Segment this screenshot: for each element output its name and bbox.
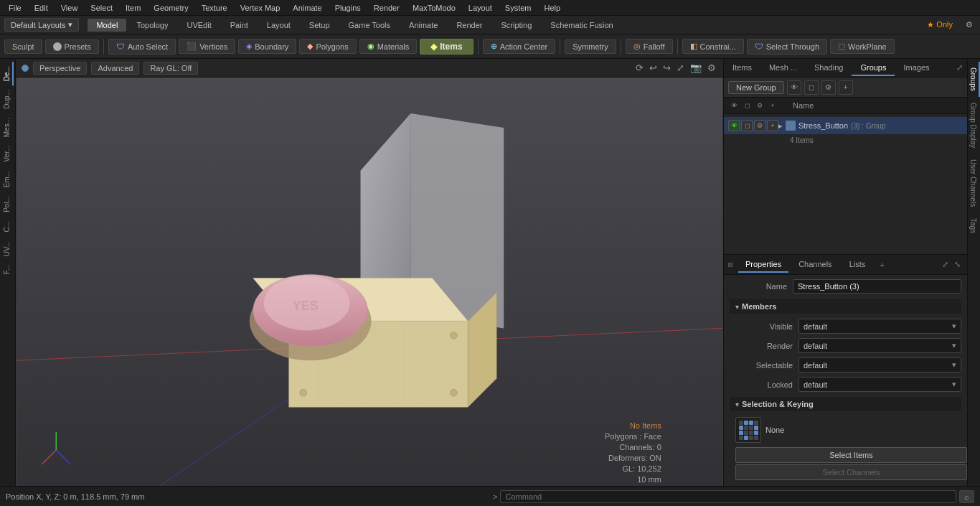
viewport-indicator[interactable]	[22, 65, 29, 72]
left-tab-0[interactable]: De...	[1, 62, 14, 85]
render-dropdown[interactable]: default ▾	[798, 338, 961, 353]
render-icon[interactable]: ◻	[741, 120, 753, 131]
select-items-button[interactable]: Select Items	[735, 447, 967, 463]
tab-scripting[interactable]: Scripting	[493, 19, 541, 32]
selectable-dropdown[interactable]: default ▾	[798, 357, 961, 373]
perspective-button[interactable]: Perspective	[33, 62, 87, 75]
menu-vertexmap[interactable]: Vertex Map	[235, 2, 286, 14]
add-tab-btn[interactable]: +	[875, 258, 888, 272]
prop-tab-lists[interactable]: Lists	[842, 257, 873, 273]
settings2-icon[interactable]: ⚙	[754, 120, 765, 131]
action-center-button[interactable]: ⊕ Action Center	[483, 39, 556, 54]
group-item[interactable]: 👁 ◻ ⚙ + ▸ Stress_Button (3) : Group	[724, 117, 967, 134]
fit-icon[interactable]: ⤢	[675, 61, 686, 75]
prop-tab-channels[interactable]: Channels	[791, 257, 839, 273]
rvtab-groupdisplay[interactable]: Group Display	[968, 97, 980, 154]
advanced-button[interactable]: Advanced	[91, 62, 139, 75]
tab-uvedit[interactable]: UVEdit	[178, 19, 220, 32]
left-tab-5[interactable]: Pol...	[1, 192, 14, 217]
add-member-btn[interactable]: +	[839, 80, 853, 95]
menu-view[interactable]: View	[55, 2, 84, 14]
ray-gl-button[interactable]: Ray GL: Off	[143, 62, 198, 75]
eye-icon[interactable]: 👁	[728, 120, 740, 131]
new-group-button[interactable]: New Group	[728, 81, 784, 94]
left-tab-3[interactable]: Ver...	[1, 141, 14, 167]
prop-tab-properties[interactable]: Properties	[738, 257, 788, 273]
tab-animate[interactable]: Animate	[400, 19, 446, 32]
rotate-icon[interactable]: ⟳	[634, 61, 645, 75]
rp-tab-items[interactable]: Items	[724, 60, 760, 76]
redo-view-icon[interactable]: ↪	[661, 61, 672, 75]
expand-icon[interactable]: ⤢	[952, 60, 967, 75]
items-button[interactable]: ◈ Items	[420, 39, 473, 55]
eye-toggle-btn[interactable]: 👁	[787, 80, 801, 95]
collapse-btn[interactable]	[728, 263, 732, 267]
vertices-button[interactable]: ⬛ Vertices	[179, 39, 235, 54]
menu-render[interactable]: Render	[368, 2, 405, 14]
rp-tab-images[interactable]: Images	[895, 60, 938, 76]
name-input[interactable]	[793, 279, 961, 294]
render-toggle-btn[interactable]: ◻	[804, 80, 819, 95]
menu-maxtomodo[interactable]: MaxToModo	[407, 2, 461, 14]
falloff-button[interactable]: ◎ Falloff	[626, 39, 673, 54]
prop-collapse-btn[interactable]: ⤡	[952, 260, 963, 269]
undo-view-icon[interactable]: ↩	[648, 61, 659, 75]
polygons-button[interactable]: ◆ Polygons	[299, 39, 356, 54]
menu-select[interactable]: Select	[85, 2, 118, 14]
rp-tab-shading[interactable]: Shading	[806, 60, 852, 76]
select-through-button[interactable]: 🛡 Select Through	[747, 39, 827, 55]
viewport-canvas[interactable]: YES No Items Polygons : Face Channels: 0…	[16, 78, 723, 486]
command-input[interactable]	[500, 490, 956, 503]
settings-group-btn[interactable]: ⚙	[821, 80, 836, 95]
menu-geometry[interactable]: Geometry	[148, 2, 194, 14]
constrain-button[interactable]: ◧ Constrai...	[682, 39, 744, 54]
left-tab-2[interactable]: Mes...	[1, 113, 14, 141]
gear-icon[interactable]: ⚙	[963, 19, 976, 31]
menu-file[interactable]: File	[3, 2, 27, 14]
left-tab-4[interactable]: Em...	[1, 167, 14, 192]
sculpt-button[interactable]: Sculpt	[4, 39, 42, 54]
tab-setup[interactable]: Setup	[301, 19, 339, 32]
members-section[interactable]: ▾ Members	[730, 299, 961, 314]
left-tab-1[interactable]: Dup...	[1, 85, 14, 113]
sel-keying-section[interactable]: ▾ Selection & Keying	[730, 397, 961, 411]
menu-layout[interactable]: Layout	[463, 2, 498, 14]
prop-expand-btn[interactable]: ⤢	[940, 260, 951, 269]
expand-arrow[interactable]: ▸	[778, 121, 783, 131]
symmetry-button[interactable]: Symmetry	[565, 39, 616, 54]
menu-plugins[interactable]: Plugins	[329, 2, 367, 14]
auto-select-button[interactable]: 🛡 Auto Select	[108, 39, 176, 55]
materials-button[interactable]: ◉ Materials	[359, 39, 418, 54]
select-channels-button[interactable]: Select Channels	[735, 464, 967, 480]
menu-animate[interactable]: Animate	[287, 2, 327, 14]
presets-button[interactable]: Presets	[45, 39, 99, 54]
rvtab-groups[interactable]: Groups	[968, 62, 980, 97]
add2-icon[interactable]: +	[767, 120, 778, 131]
menu-edit[interactable]: Edit	[29, 2, 54, 14]
boundary-button[interactable]: ◈ Boundary	[238, 39, 296, 54]
rp-tab-groups[interactable]: Groups	[852, 60, 895, 76]
menu-texture[interactable]: Texture	[196, 2, 233, 14]
settings-icon[interactable]: ⚙	[706, 61, 717, 75]
tab-layout[interactable]: Layout	[258, 19, 299, 32]
rvtab-userchannels[interactable]: User Channels	[968, 154, 980, 212]
tab-paint[interactable]: Paint	[222, 19, 257, 32]
menu-help[interactable]: Help	[539, 2, 567, 14]
left-tab-8[interactable]: F...	[1, 261, 14, 278]
tab-gametools[interactable]: Game Tools	[340, 19, 400, 32]
menu-system[interactable]: System	[499, 2, 537, 14]
cmd-arrow[interactable]: >	[493, 492, 497, 501]
camera-icon[interactable]: 📷	[689, 61, 703, 75]
visible-dropdown[interactable]: default ▾	[798, 319, 961, 334]
left-tab-6[interactable]: C...	[1, 217, 14, 237]
tab-topology[interactable]: Topology	[128, 19, 176, 32]
left-tab-7[interactable]: UV...	[1, 237, 14, 261]
search-button[interactable]: ⌕	[959, 490, 974, 503]
locked-dropdown[interactable]: default ▾	[798, 377, 961, 392]
tab-schematic[interactable]: Schematic Fusion	[542, 19, 621, 32]
keying-box[interactable]	[735, 417, 761, 443]
tab-render[interactable]: Render	[448, 19, 491, 32]
layout-dropdown[interactable]: Default Layouts ▾	[4, 18, 79, 32]
tab-model[interactable]: Model	[88, 19, 126, 32]
rvtab-tags[interactable]: Tags	[968, 212, 980, 239]
